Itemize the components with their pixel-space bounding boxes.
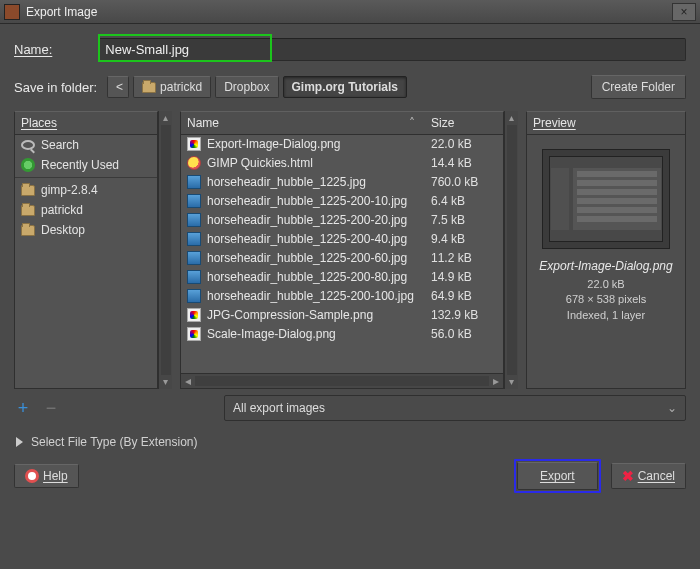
app-icon xyxy=(4,4,20,20)
create-folder-button[interactable]: Create Folder xyxy=(591,75,686,99)
places-panel: Places Search Recently Used gimp-2.8.4 p… xyxy=(14,111,158,389)
preview-panel: Preview Export-Image-Dialog.png 22.0 kB … xyxy=(526,111,686,389)
export-highlight-box: Export xyxy=(514,459,601,493)
file-size: 64.9 kB xyxy=(425,289,497,303)
places-vscroll[interactable]: ▴▾ xyxy=(158,111,172,389)
html-icon xyxy=(187,156,201,170)
file-name: horseheadir_hubble_1225-200-80.jpg xyxy=(207,270,419,284)
places-recent[interactable]: Recently Used xyxy=(15,155,157,175)
file-row[interactable]: horseheadir_hubble_1225-200-10.jpg6.4 kB xyxy=(181,192,503,211)
png-icon xyxy=(187,137,201,151)
col-name-header[interactable]: Name˄ xyxy=(187,116,425,130)
window-title: Export Image xyxy=(26,5,672,19)
preview-mode: Indexed, 1 layer xyxy=(535,308,677,323)
places-search[interactable]: Search xyxy=(15,135,157,155)
search-icon xyxy=(21,140,35,150)
places-item-0[interactable]: gimp-2.8.4 xyxy=(15,180,157,200)
file-name: horseheadir_hubble_1225-200-60.jpg xyxy=(207,251,419,265)
filelist-panel: Name˄ Size Export-Image-Dialog.png22.0 k… xyxy=(180,111,504,389)
file-row[interactable]: Scale-Image-Dialog.png56.0 kB xyxy=(181,325,503,344)
img-icon xyxy=(187,213,201,227)
file-size: 9.4 kB xyxy=(425,232,497,246)
file-size: 132.9 kB xyxy=(425,308,497,322)
folder-icon xyxy=(21,205,35,216)
file-size: 14.9 kB xyxy=(425,270,497,284)
file-row[interactable]: horseheadir_hubble_1225-200-80.jpg14.9 k… xyxy=(181,268,503,287)
preview-dims: 678 × 538 pixels xyxy=(535,292,677,307)
file-row[interactable]: horseheadir_hubble_1225-200-100.jpg64.9 … xyxy=(181,287,503,306)
places-item-1[interactable]: patrickd xyxy=(15,200,157,220)
file-size: 56.0 kB xyxy=(425,327,497,341)
path-back-button[interactable]: < xyxy=(107,76,129,98)
img-icon xyxy=(187,289,201,303)
filelist-vscroll[interactable]: ▴▾ xyxy=(504,111,518,389)
filetype-expander[interactable]: Select File Type (By Extension) xyxy=(16,435,686,449)
path-segment-1[interactable]: Dropbox xyxy=(215,76,278,98)
file-size: 11.2 kB xyxy=(425,251,497,265)
file-name: Export-Image-Dialog.png xyxy=(207,137,419,151)
file-row[interactable]: horseheadir_hubble_1225-200-60.jpg11.2 k… xyxy=(181,249,503,268)
file-rows: Export-Image-Dialog.png22.0 kBGIMP Quick… xyxy=(181,135,503,373)
remove-bookmark-button: − xyxy=(42,398,60,419)
file-size: 22.0 kB xyxy=(425,137,497,151)
preview-thumbnail xyxy=(542,149,670,249)
img-icon xyxy=(187,175,201,189)
places-item-2[interactable]: Desktop xyxy=(15,220,157,240)
file-name: horseheadir_hubble_1225-200-100.jpg xyxy=(207,289,419,303)
file-size: 7.5 kB xyxy=(425,213,497,227)
export-button[interactable]: Export xyxy=(517,462,598,490)
name-label: Name: xyxy=(14,42,52,57)
places-separator xyxy=(15,177,157,178)
img-icon xyxy=(187,232,201,246)
help-icon xyxy=(25,469,39,483)
file-row[interactable]: horseheadir_hubble_1225-200-20.jpg7.5 kB xyxy=(181,211,503,230)
file-row[interactable]: JPG-Compression-Sample.png132.9 kB xyxy=(181,306,503,325)
img-icon xyxy=(187,194,201,208)
save-in-label: Save in folder: xyxy=(14,80,97,95)
file-name: horseheadir_hubble_1225-200-10.jpg xyxy=(207,194,419,208)
filelist-header: Name˄ Size xyxy=(181,112,503,135)
filelist-hscroll[interactable]: ◂▸ xyxy=(181,373,503,388)
cancel-button[interactable]: ✖Cancel xyxy=(611,463,686,489)
folder-icon xyxy=(21,225,35,236)
chevron-down-icon: ⌄ xyxy=(667,401,677,415)
places-header: Places xyxy=(15,112,157,135)
png-icon xyxy=(187,308,201,322)
col-size-header[interactable]: Size xyxy=(425,116,497,130)
file-size: 6.4 kB xyxy=(425,194,497,208)
file-row[interactable]: Export-Image-Dialog.png22.0 kB xyxy=(181,135,503,154)
preview-filename: Export-Image-Dialog.png xyxy=(535,259,677,273)
recent-icon xyxy=(21,158,35,172)
file-name: horseheadir_hubble_1225-200-40.jpg xyxy=(207,232,419,246)
path-segment-2[interactable]: Gimp.org Tutorials xyxy=(283,76,407,98)
img-icon xyxy=(187,270,201,284)
preview-size: 22.0 kB xyxy=(535,277,677,292)
file-name: Scale-Image-Dialog.png xyxy=(207,327,419,341)
add-bookmark-button[interactable]: + xyxy=(14,398,32,419)
sort-asc-icon: ˄ xyxy=(409,116,415,130)
file-row[interactable]: horseheadir_hubble_1225-200-40.jpg9.4 kB xyxy=(181,230,503,249)
file-name: GIMP Quickies.html xyxy=(207,156,419,170)
file-name: horseheadir_hubble_1225-200-20.jpg xyxy=(207,213,419,227)
folder-icon xyxy=(21,185,35,196)
close-icon: ✖ xyxy=(622,468,634,484)
triangle-right-icon xyxy=(16,437,23,447)
titlebar: Export Image × xyxy=(0,0,700,24)
filename-input[interactable] xyxy=(98,38,686,61)
folder-icon xyxy=(142,82,156,93)
img-icon xyxy=(187,251,201,265)
path-bar: < patrickd Dropbox Gimp.org Tutorials xyxy=(107,76,407,98)
png-icon xyxy=(187,327,201,341)
file-name: horseheadir_hubble_1225.jpg xyxy=(207,175,419,189)
file-size: 14.4 kB xyxy=(425,156,497,170)
file-row[interactable]: horseheadir_hubble_1225.jpg760.0 kB xyxy=(181,173,503,192)
file-row[interactable]: GIMP Quickies.html14.4 kB xyxy=(181,154,503,173)
file-size: 760.0 kB xyxy=(425,175,497,189)
preview-header: Preview xyxy=(527,112,685,135)
help-button[interactable]: Help xyxy=(14,464,79,488)
filetype-filter-select[interactable]: All export images ⌄ xyxy=(224,395,686,421)
file-name: JPG-Compression-Sample.png xyxy=(207,308,419,322)
path-segment-0[interactable]: patrickd xyxy=(133,76,211,98)
close-button[interactable]: × xyxy=(672,3,696,21)
